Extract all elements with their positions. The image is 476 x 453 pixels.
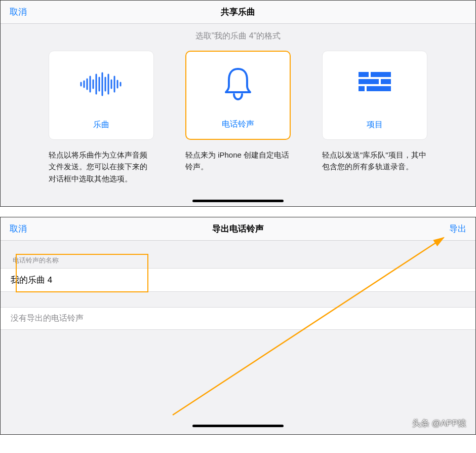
card-song-desc: 轻点以将乐曲作为立体声音频文件发送。您可以在接下来的对话框中选取其他选项。 bbox=[49, 149, 154, 184]
card-ringtone[interactable]: 电话铃声 bbox=[185, 51, 291, 140]
svg-rect-15 bbox=[371, 72, 391, 77]
cancel-button-2[interactable]: 取消 bbox=[10, 223, 27, 235]
bell-icon bbox=[222, 52, 254, 116]
share-song-panel: 取消 共享乐曲 选取"我的乐曲 4"的格式 bbox=[0, 0, 476, 207]
waveform-icon bbox=[79, 51, 124, 117]
tracks-icon bbox=[358, 51, 392, 117]
no-exported-ringtones: 没有导出的电话铃声 bbox=[1, 307, 475, 330]
ringtone-name-group: 电话铃声的名称 我的乐曲 4 bbox=[1, 256, 475, 292]
svg-rect-17 bbox=[381, 79, 391, 84]
export-button[interactable]: 导出 bbox=[449, 223, 466, 235]
card-project-label: 项目 bbox=[367, 120, 383, 130]
panel1-header: 取消 共享乐曲 bbox=[1, 1, 475, 24]
card-song-label: 乐曲 bbox=[93, 120, 109, 130]
ringtone-name-field[interactable]: 我的乐曲 4 bbox=[1, 268, 475, 292]
home-indicator bbox=[192, 200, 284, 202]
format-subtitle: 选取"我的乐曲 4"的格式 bbox=[1, 31, 475, 42]
svg-rect-14 bbox=[359, 72, 369, 77]
watermark: 头条 @APP猿 bbox=[412, 418, 466, 429]
card-project-desc: 轻点以发送"库乐队"项目，其中包含您的所有多轨道录音。 bbox=[322, 149, 427, 173]
format-cards: 乐曲 轻点以将乐曲作为立体声音频文件发送。您可以在接下来的对话框中选取其他选项。… bbox=[1, 51, 475, 195]
card-song[interactable]: 乐曲 bbox=[49, 51, 154, 140]
ringtone-name-label: 电话铃声的名称 bbox=[1, 256, 475, 268]
cancel-button[interactable]: 取消 bbox=[10, 6, 27, 18]
svg-rect-19 bbox=[367, 86, 391, 91]
card-ringtone-label: 电话铃声 bbox=[222, 119, 254, 130]
card-ringtone-desc: 轻点来为 iPhone 创建自定电话铃声。 bbox=[185, 149, 291, 173]
home-indicator-2 bbox=[192, 425, 284, 427]
export-ringtone-panel: 取消 导出电话铃声 导出 电话铃声的名称 我的乐曲 4 没有导出的电话铃声 头条… bbox=[0, 217, 476, 435]
panel1-title: 共享乐曲 bbox=[1, 6, 475, 18]
panel2-header: 取消 导出电话铃声 导出 bbox=[1, 217, 475, 241]
panel2-title: 导出电话铃声 bbox=[1, 223, 475, 235]
card-project[interactable]: 项目 bbox=[322, 51, 427, 140]
svg-rect-16 bbox=[359, 79, 379, 84]
svg-rect-18 bbox=[359, 86, 365, 91]
